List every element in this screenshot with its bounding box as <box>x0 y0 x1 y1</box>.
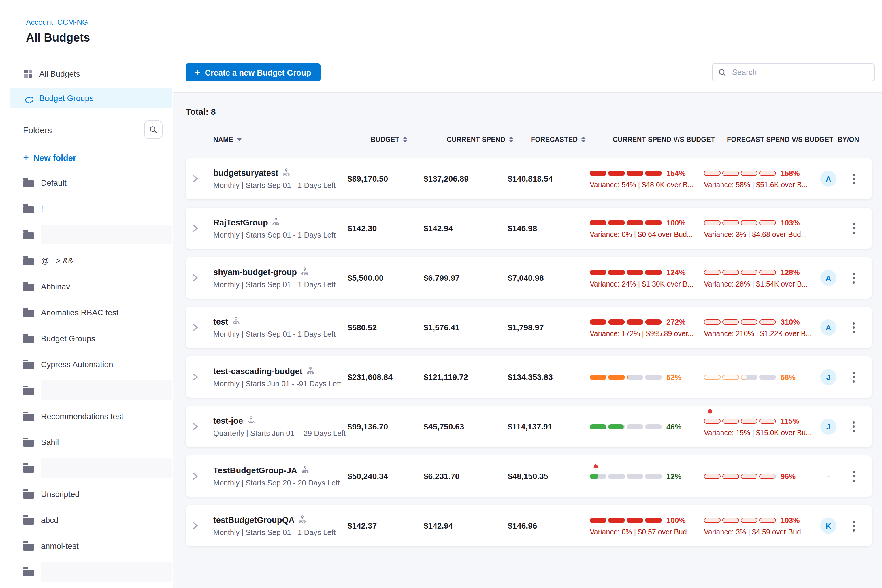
folder-item[interactable]: ! <box>23 200 172 218</box>
current-vs-budget-cell: 124%Variance: 24% | $1.30K over B... <box>590 268 704 288</box>
search-icon <box>718 68 726 76</box>
sidebar-item-budget-groups[interactable]: Budget Groups <box>10 88 172 108</box>
percentage-label: 52% <box>666 373 681 381</box>
folder-item[interactable]: Default <box>23 174 172 191</box>
folder-item-redacted[interactable] <box>23 563 172 580</box>
percentage-label: 158% <box>780 169 800 177</box>
sort-icon <box>581 136 586 142</box>
current-spend-amount: $45,750.63 <box>424 422 508 431</box>
row-menu-button[interactable] <box>842 471 865 482</box>
budget-amount: $231,608.84 <box>348 372 424 382</box>
expand-chevron-icon[interactable] <box>192 175 213 183</box>
account-breadcrumb-link[interactable]: Account: CCM-NG <box>26 18 88 27</box>
row-menu-button[interactable] <box>842 520 865 531</box>
folder-item[interactable]: Recommendations test <box>23 408 172 425</box>
percentage-label: 310% <box>780 317 800 326</box>
percentage-label: 124% <box>666 268 686 276</box>
owner-dash: - <box>827 224 830 233</box>
expand-chevron-icon[interactable] <box>192 274 213 282</box>
progress-bar <box>590 270 663 275</box>
progress-bar <box>704 474 778 479</box>
folder-list: Default!@ . > &&AbhinavAnomalies RBAC te… <box>23 174 172 588</box>
forecast-vs-budget-cell: 58% <box>704 373 814 381</box>
folder-search-button[interactable] <box>144 120 163 139</box>
expand-chevron-icon[interactable] <box>192 224 213 232</box>
folder-name: Sahil <box>41 438 59 447</box>
folder-item[interactable]: Sahil <box>23 434 172 451</box>
toolbar: + Create a new Budget Group <box>173 52 882 93</box>
expand-chevron-icon[interactable] <box>192 373 213 381</box>
expand-chevron-icon[interactable] <box>192 323 213 332</box>
search-box <box>712 63 874 81</box>
forecasted-amount: $1,798.97 <box>508 323 590 332</box>
folder-item[interactable]: Budget Groups <box>23 330 172 347</box>
forecast-vs-budget-cell: 115%Variance: 15% | $15.0K over Bu... <box>704 417 814 436</box>
folder-icon <box>23 464 34 473</box>
forecast-vs-budget-cell: 103%Variance: 3% | $4.68 over Bud... <box>704 218 814 238</box>
budget-amount: $5,500.00 <box>348 273 424 282</box>
budget-group-row[interactable]: test-cascading-budget Monthly | Starts J… <box>186 356 872 398</box>
budget-group-row[interactable]: test-joe Quarterly | Starts Jun 01 - -29… <box>186 406 872 447</box>
plus-icon: + <box>195 67 200 78</box>
budget-period: Monthly | Starts Sep 20 - 20 Days Left <box>213 478 348 487</box>
column-header-forecasted[interactable]: FORECASTED <box>531 136 613 143</box>
column-header-current-vs-budget: CURRENT SPEND V/S BUDGET <box>613 136 727 143</box>
folder-item[interactable]: Cypress Automation <box>23 356 172 373</box>
folder-item-redacted[interactable] <box>23 459 172 477</box>
owner-cell: - <box>814 471 842 481</box>
row-menu-button[interactable] <box>842 421 865 432</box>
folder-icon <box>23 204 34 213</box>
variance-text: Variance: 58% | $51.6K over B... <box>704 181 814 189</box>
folder-item[interactable]: anmol-test <box>23 537 172 555</box>
folder-item-redacted[interactable] <box>23 382 172 399</box>
percentage-label: 103% <box>780 516 800 524</box>
budget-group-row[interactable]: RajTestGroup Monthly | Starts Sep 01 - 1… <box>186 207 872 249</box>
column-header-current-spend[interactable]: CURRENT SPEND <box>447 136 531 143</box>
new-folder-button[interactable]: + New folder <box>23 152 172 164</box>
forecast-vs-budget-cell: 96% <box>704 472 814 480</box>
create-budget-group-button[interactable]: + Create a new Budget Group <box>186 63 320 81</box>
budget-group-row[interactable]: testBudgetGroupQA Monthly | Starts Sep 0… <box>186 505 872 546</box>
folder-item[interactable]: abcd <box>23 512 172 529</box>
folder-item[interactable]: Abhinav <box>23 278 172 295</box>
budget-group-row[interactable]: shyam-budget-group Monthly | Starts Sep … <box>186 257 872 298</box>
owner-cell: J <box>814 369 842 385</box>
folder-name: @ . > && <box>41 256 74 265</box>
folder-item[interactable]: @ . > && <box>23 252 172 269</box>
budget-group-name: RajTestGroup <box>213 218 268 227</box>
variance-text: Variance: 54% | $48.0K over B... <box>590 181 704 189</box>
redacted-folder-name <box>41 381 172 400</box>
folder-icon <box>23 489 34 499</box>
budget-group-name: testBudgetGroupQA <box>213 515 295 525</box>
folder-item-redacted[interactable] <box>23 226 172 243</box>
budget-group-row[interactable]: TestBudgetGroup-JA Monthly | Starts Sep … <box>186 455 872 497</box>
current-spend-amount: $6,231.70 <box>424 471 508 481</box>
folder-item[interactable]: Unscripted <box>23 485 172 502</box>
row-menu-button[interactable] <box>842 173 865 184</box>
budget-amount: $580.52 <box>348 323 424 332</box>
expand-chevron-icon[interactable] <box>192 423 213 430</box>
budget-group-row[interactable]: budgetsuryatest Monthly | Starts Sep 01 … <box>186 158 872 200</box>
row-menu-button[interactable] <box>842 372 865 382</box>
total-count: Total: 8 <box>186 106 872 117</box>
hierarchy-icon <box>232 316 240 327</box>
folders-label: Folders <box>23 125 52 135</box>
column-header-budget[interactable]: BUDGET <box>370 136 447 143</box>
sidebar-item-label: Budget Groups <box>39 93 93 103</box>
budget-groups-list: Total: 8 NAME BUDGET CURRENT SPEND FOREC… <box>173 93 882 588</box>
column-header-name[interactable]: NAME <box>213 136 370 143</box>
progress-bar <box>590 424 663 429</box>
page-title: All Budgets <box>26 31 90 44</box>
expand-chevron-icon[interactable] <box>192 472 213 480</box>
variance-text: Variance: 0% | $0.57 over Bud... <box>590 528 704 536</box>
expand-chevron-icon[interactable] <box>192 522 213 530</box>
sidebar-item-all-budgets[interactable]: All Budgets <box>10 64 172 84</box>
budget-group-name: TestBudgetGroup-JA <box>213 466 297 475</box>
page-header: Account: CCM-NG All Budgets <box>0 0 882 52</box>
folder-item[interactable]: Anomalies RBAC test <box>23 304 172 321</box>
row-menu-button[interactable] <box>842 272 865 284</box>
row-menu-button[interactable] <box>842 322 865 333</box>
row-menu-button[interactable] <box>842 223 865 234</box>
search-input[interactable] <box>731 68 868 77</box>
budget-group-row[interactable]: test Monthly | Starts Sep 01 - 1 Days Le… <box>186 307 872 348</box>
